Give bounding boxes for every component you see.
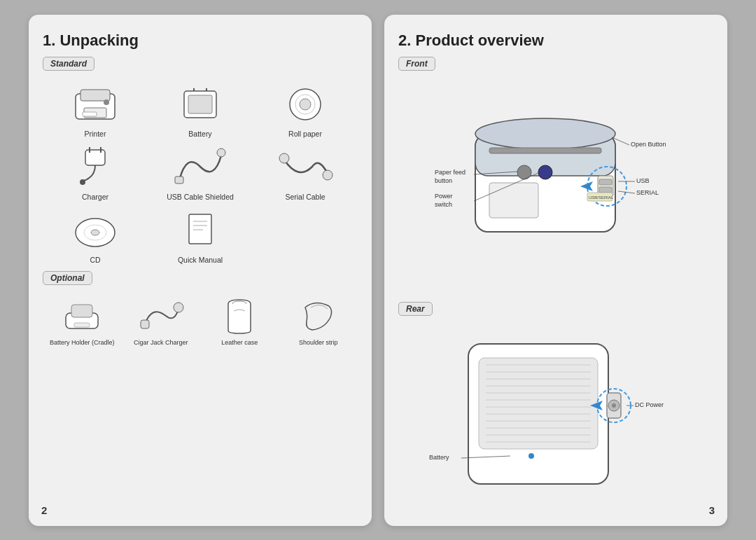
- battery-label: Battery: [188, 130, 211, 138]
- cradle-label: Battery Holder (Cradle): [50, 339, 115, 346]
- rear-diagram: Battery DC Power: [398, 323, 713, 533]
- rear-section: Rear: [398, 302, 713, 533]
- left-page: 1. Unpacking Standard Printer: [29, 15, 372, 526]
- svg-point-3: [104, 99, 109, 105]
- manual-label: Quick Manual: [178, 256, 223, 264]
- right-page: 2. Product overview Front: [384, 15, 727, 526]
- optional-badge: Optional: [43, 271, 92, 285]
- cigarjack-icon: [136, 295, 186, 337]
- svg-rect-16: [175, 176, 183, 184]
- svg-line-55: [618, 191, 635, 193]
- svg-point-74: [612, 403, 616, 408]
- svg-rect-6: [188, 95, 212, 113]
- svg-point-18: [279, 153, 289, 163]
- svg-rect-4: [83, 112, 97, 116]
- cd-label: CD: [90, 256, 100, 264]
- standard-items-grid: Printer Battery: [43, 78, 358, 265]
- item-serialcable: Serial Cable: [253, 141, 358, 202]
- item-rollpaper: Roll paper: [253, 78, 358, 139]
- front-diagram: Open Button Paper feed button Power swit…: [398, 78, 713, 295]
- svg-point-17: [217, 148, 225, 157]
- svg-rect-41: [599, 187, 612, 193]
- manual-icon: [172, 208, 228, 254]
- item-manual: Quick Manual: [148, 204, 253, 265]
- item-printer: Printer: [43, 78, 148, 139]
- front-section: Front: [398, 57, 713, 295]
- svg-text:DC Power: DC Power: [635, 401, 664, 408]
- usbcable-label: USB Cable Shielded: [167, 193, 234, 201]
- svg-point-10: [300, 99, 311, 110]
- charger-icon: [67, 145, 123, 191]
- svg-rect-36: [489, 183, 538, 218]
- serialcable-label: Serial Cable: [285, 193, 325, 201]
- standard-section: Standard Printer: [43, 57, 358, 265]
- shoulderstrip-label: Shoulder strip: [299, 339, 338, 346]
- page-number-left: 2: [41, 504, 47, 516]
- svg-rect-29: [74, 323, 90, 327]
- item-cd: CD: [43, 204, 148, 265]
- rear-badge: Rear: [398, 302, 433, 316]
- front-badge: Front: [398, 57, 435, 71]
- leathercase-label: Leather case: [221, 339, 258, 346]
- svg-rect-31: [141, 320, 149, 328]
- standard-badge: Standard: [43, 57, 94, 71]
- svg-rect-1: [80, 90, 110, 101]
- shoulderstrip-icon: [294, 295, 343, 337]
- optional-section: Optional Battery Holder (Cradle): [43, 271, 358, 349]
- item-usbcable: USB Cable Shielded: [148, 141, 253, 202]
- svg-rect-23: [189, 214, 211, 244]
- serialcable-icon: [277, 145, 333, 191]
- svg-text:Battery: Battery: [429, 454, 449, 461]
- svg-text:USB: USB: [636, 177, 650, 184]
- svg-text:Open Button: Open Button: [631, 141, 666, 148]
- printer-icon: [67, 82, 123, 127]
- svg-text:Power: Power: [435, 193, 453, 200]
- svg-point-21: [91, 230, 99, 235]
- svg-text:Paper feed: Paper feed: [435, 169, 465, 176]
- svg-text:button: button: [435, 177, 452, 184]
- svg-point-15: [80, 179, 85, 185]
- usbcable-icon: [172, 145, 228, 191]
- cd-icon: [67, 208, 123, 254]
- item-shoulderstrip: Shoulder strip: [279, 292, 358, 349]
- item-cradle: Battery Holder (Cradle): [43, 292, 122, 349]
- svg-point-30: [174, 303, 183, 312]
- svg-point-38: [538, 165, 552, 179]
- svg-rect-28: [71, 305, 92, 317]
- cigarjack-label: Cigar Jack Charger: [134, 339, 188, 346]
- svg-text:USB/SERIAL: USB/SERIAL: [589, 195, 614, 200]
- cradle-icon: [57, 295, 106, 337]
- battery-icon: [172, 82, 228, 127]
- svg-rect-35: [489, 148, 601, 153]
- svg-point-19: [323, 170, 332, 180]
- svg-rect-40: [599, 179, 612, 185]
- svg-text:switch: switch: [435, 201, 452, 208]
- right-page-title: 2. Product overview: [398, 32, 713, 50]
- item-battery: Battery: [148, 78, 253, 139]
- rollpaper-label: Roll paper: [288, 130, 322, 138]
- left-page-title: 1. Unpacking: [43, 32, 358, 50]
- svg-text:SERIAL: SERIAL: [636, 189, 659, 196]
- item-leathercase: Leather case: [200, 292, 279, 349]
- svg-point-34: [475, 118, 615, 149]
- item-cigarjack: Cigar Jack Charger: [122, 292, 201, 349]
- charger-label: Charger: [82, 193, 108, 201]
- item-charger: Charger: [43, 141, 148, 202]
- leathercase-icon: [215, 295, 264, 337]
- optional-items-grid: Battery Holder (Cradle) Cigar Jack Charg…: [43, 292, 358, 349]
- page-number-right: 3: [709, 504, 715, 516]
- svg-rect-12: [85, 150, 105, 165]
- rollpaper-icon: [277, 82, 333, 127]
- printer-label: Printer: [85, 130, 106, 138]
- svg-point-77: [528, 453, 534, 459]
